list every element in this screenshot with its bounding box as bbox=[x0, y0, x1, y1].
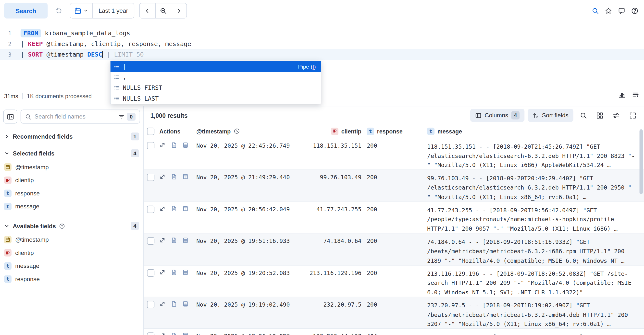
message-column-header[interactable]: t message bbox=[427, 127, 644, 135]
suggestion-item[interactable]: , bbox=[110, 72, 321, 82]
time-range-button[interactable]: Last 1 year bbox=[92, 3, 134, 18]
suggestion-item[interactable]: NULLS FIRST bbox=[110, 82, 321, 93]
query-duration: 31ms bbox=[4, 93, 18, 99]
grid-search-button[interactable] bbox=[576, 109, 590, 122]
feedback-button[interactable] bbox=[618, 7, 625, 14]
select-all-checkbox[interactable] bbox=[147, 127, 154, 135]
response-column-header[interactable]: t response bbox=[362, 127, 427, 135]
field-item[interactable]: t message bbox=[3, 200, 140, 213]
editor-line[interactable]: 1 FROM kibana_sample_data_logs bbox=[0, 28, 644, 39]
view-document-button[interactable] bbox=[171, 333, 177, 335]
row-checkbox[interactable] bbox=[147, 269, 154, 277]
row-checkbox[interactable] bbox=[147, 301, 154, 308]
table-row: Nov 20, 2025 @ 22:45:26.749 118.151.35.1… bbox=[144, 138, 644, 170]
suggestion-label: | bbox=[123, 63, 126, 70]
suggestion-kind-icon bbox=[114, 96, 119, 101]
editor-line[interactable]: 3 | SORT @timestamp DESC | LIMIT 50 bbox=[0, 49, 644, 60]
available-fields-accordion[interactable]: Available fields 4 bbox=[3, 222, 140, 230]
view-document-button[interactable] bbox=[171, 174, 177, 180]
expand-row-button[interactable] bbox=[159, 269, 166, 275]
field-item[interactable]: t message bbox=[3, 259, 140, 273]
columns-button[interactable]: Columns 4 bbox=[470, 109, 524, 122]
expand-row-button[interactable] bbox=[159, 205, 166, 212]
field-item[interactable]: t response bbox=[3, 273, 140, 286]
clientip-cell: 139.250.44.138 bbox=[304, 333, 362, 335]
view-in-table-button[interactable] bbox=[182, 301, 188, 307]
suggestion-kind-icon bbox=[114, 64, 119, 69]
collapse-sidebar-button[interactable] bbox=[3, 109, 17, 123]
view-in-table-button[interactable] bbox=[182, 237, 188, 243]
expand-row-button[interactable] bbox=[159, 333, 166, 335]
field-item[interactable]: t response bbox=[3, 187, 140, 200]
row-checkbox[interactable] bbox=[147, 333, 154, 335]
row-checkbox[interactable] bbox=[147, 142, 154, 149]
timestamp-cell: Nov 20, 2025 @ 20:56:42.049 bbox=[196, 205, 304, 214]
field-item[interactable]: IP clientip bbox=[3, 246, 140, 260]
field-item[interactable]: @timestamp bbox=[3, 233, 140, 246]
row-checkbox[interactable] bbox=[147, 237, 154, 245]
refresh-button[interactable] bbox=[53, 7, 65, 14]
favorites-button[interactable] bbox=[605, 7, 612, 14]
sort-fields-button[interactable]: Sort fields bbox=[528, 109, 574, 122]
row-checkbox[interactable] bbox=[147, 174, 154, 181]
field-item[interactable]: IP clientip bbox=[3, 174, 140, 187]
suggestion-item[interactable]: | Pipe (|) bbox=[110, 61, 321, 72]
expand-row-button[interactable] bbox=[159, 142, 166, 148]
date-picker-calendar-toggle[interactable] bbox=[70, 3, 93, 18]
field-name: @timestamp bbox=[15, 164, 49, 170]
sliders-icon bbox=[613, 112, 620, 119]
field-item[interactable]: @timestamp bbox=[3, 160, 140, 174]
help-button[interactable] bbox=[631, 7, 638, 14]
grid-icon bbox=[596, 112, 603, 119]
view-in-table-button[interactable] bbox=[182, 205, 188, 212]
search-icon bbox=[580, 112, 587, 119]
field-search-input[interactable] bbox=[34, 113, 115, 120]
response-cell: 200 bbox=[362, 301, 427, 309]
expand-row-button[interactable] bbox=[159, 174, 166, 180]
display-options-button[interactable] bbox=[610, 109, 623, 122]
suggestion-item[interactable]: NULLS LAST bbox=[110, 93, 321, 104]
chevron-left-icon bbox=[144, 7, 151, 14]
esql-editor[interactable]: 1 FROM kibana_sample_data_logs 2 | KEEP … bbox=[0, 22, 644, 60]
search-sessions-button[interactable] bbox=[592, 7, 599, 14]
toggle-histogram-button[interactable] bbox=[618, 91, 626, 98]
view-document-button[interactable] bbox=[171, 205, 177, 212]
suggestion-label: NULLS LAST bbox=[123, 95, 158, 102]
search-button[interactable]: Search bbox=[4, 3, 48, 18]
row-checkbox[interactable] bbox=[147, 205, 154, 213]
time-prev-button[interactable] bbox=[140, 3, 155, 18]
selected-fields-accordion[interactable]: Selected fields 4 bbox=[3, 149, 140, 157]
time-next-button[interactable] bbox=[171, 3, 186, 18]
time-range-label: Last 1 year bbox=[98, 7, 128, 14]
time-zoom-out-button[interactable] bbox=[155, 3, 171, 18]
view-document-button[interactable] bbox=[171, 269, 177, 275]
editor-line[interactable]: 2 | KEEP @timestamp, clientip, response,… bbox=[0, 39, 644, 49]
expand-row-button[interactable] bbox=[159, 237, 166, 243]
message-cell: 139.250.44.138 - - [2018-09-20T17:36:12.… bbox=[427, 333, 644, 335]
view-document-button[interactable] bbox=[171, 142, 177, 148]
view-in-table-button[interactable] bbox=[182, 142, 188, 148]
view-document-button[interactable] bbox=[171, 301, 177, 307]
query-status-bar: 31ms 1K documents processed bbox=[4, 89, 92, 103]
message-cell: 118.151.35.151 - - [2018-09-20T21:45:26.… bbox=[427, 142, 644, 170]
actions-column-header: Actions bbox=[159, 128, 196, 134]
view-in-table-button[interactable] bbox=[182, 269, 188, 275]
field-name: @timestamp bbox=[15, 236, 49, 243]
columns-count-badge: 4 bbox=[512, 111, 519, 119]
documents-processed: 1K documents processed bbox=[27, 93, 92, 99]
timestamp-column-header[interactable]: @timestamp bbox=[196, 128, 304, 134]
selected-fields-list: @timestamp IP clientip t response t mess… bbox=[3, 160, 140, 213]
view-in-table-button[interactable] bbox=[182, 174, 188, 180]
fullscreen-button[interactable] bbox=[626, 109, 639, 122]
response-cell: 200 bbox=[362, 142, 427, 150]
expand-row-button[interactable] bbox=[159, 301, 166, 307]
field-filter-button[interactable]: 0 bbox=[118, 113, 136, 120]
clientip-column-header[interactable]: IP clientip bbox=[304, 127, 362, 135]
editor-lines-toggle-button[interactable] bbox=[632, 91, 639, 98]
display-density-button[interactable] bbox=[593, 109, 606, 122]
recommended-fields-accordion[interactable]: Recommended fields 1 bbox=[3, 132, 140, 140]
view-document-button[interactable] bbox=[171, 237, 177, 243]
vertical-scrollbar[interactable] bbox=[640, 129, 643, 194]
editor-lines: 1 FROM kibana_sample_data_logs 2 | KEEP … bbox=[0, 28, 644, 60]
view-in-table-button[interactable] bbox=[182, 333, 188, 335]
